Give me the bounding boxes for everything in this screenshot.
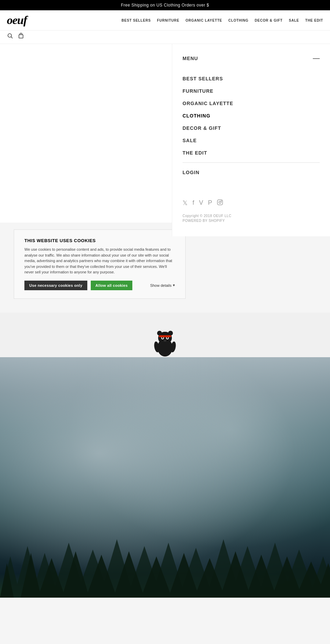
btn-necessary-cookies[interactable]: Use necessary cookies only — [24, 281, 87, 290]
menu-item-sale[interactable]: SALE — [183, 134, 320, 147]
main-content: MENU — BEST SELLERS FURNITURE ORGANIC LA… — [0, 44, 330, 188]
svg-point-8 — [157, 331, 162, 336]
show-details[interactable]: Show details ▾ — [150, 283, 175, 287]
forest-area — [0, 357, 330, 598]
facebook-icon[interactable]: f — [192, 199, 194, 207]
bear-area — [0, 313, 330, 357]
sub-header — [0, 31, 330, 44]
main-nav: BEST SELLERS FURNITURE ORGANIC LAYETTE C… — [121, 19, 323, 22]
btn-allow-cookies[interactable]: Allow all cookies — [91, 281, 133, 290]
cookie-text: We use cookies to personalise content an… — [24, 247, 175, 275]
vimeo-icon[interactable]: V — [199, 199, 203, 207]
svg-line-1 — [11, 37, 12, 38]
menu-item-clothing[interactable]: CLOTHING — [183, 110, 320, 122]
close-icon[interactable]: — — [313, 54, 320, 62]
menu-item-decor-gift[interactable]: DECOR & GIFT — [183, 122, 320, 134]
header: oeuf BEST SELLERS FURNITURE ORGANIC LAYE… — [0, 10, 330, 31]
nav-furniture[interactable]: FURNITURE — [157, 19, 179, 22]
search-icon[interactable] — [7, 33, 13, 40]
svg-point-12 — [162, 337, 163, 339]
menu-item-the-edit[interactable]: THE EDIT — [183, 147, 320, 159]
svg-point-4 — [219, 201, 221, 203]
bottom-space — [0, 598, 330, 644]
nav-the-edit[interactable]: THE EDIT — [305, 19, 323, 22]
cookie-title: THIS WEBSITE USES COOKIES — [24, 238, 175, 243]
nav-organic-layette[interactable]: ORGANIC LAYETTE — [186, 19, 222, 22]
instagram-icon[interactable] — [217, 199, 223, 207]
nav-clothing[interactable]: CLOTHING — [228, 19, 249, 22]
nav-sale[interactable]: SALE — [289, 19, 299, 22]
menu-login[interactable]: LOGIN — [183, 162, 320, 179]
nav-best-sellers[interactable]: BEST SELLERS — [121, 19, 151, 22]
svg-rect-2 — [19, 35, 23, 38]
nav-decor-gift[interactable]: DECOR & GIFT — [255, 19, 283, 22]
svg-rect-14 — [159, 335, 171, 337]
cookie-banner: THIS WEBSITE USES COOKIES We use cookies… — [14, 229, 186, 299]
top-banner: Free Shipping on US Clothing Orders over… — [0, 0, 330, 10]
footer-copyright: Copyright © 2018 OEUF LLC POWERED BY SHO… — [183, 214, 320, 223]
svg-point-15 — [164, 340, 166, 341]
main-left-area — [0, 44, 172, 188]
chevron-down-icon: ▾ — [173, 283, 175, 287]
pinterest-icon[interactable]: P — [208, 199, 212, 207]
social-icons: 𝕏 f V P — [183, 199, 320, 207]
banner-text: Free Shipping on US Clothing Orders over… — [121, 3, 209, 8]
logo[interactable]: oeuf — [7, 14, 27, 27]
svg-point-9 — [168, 331, 173, 336]
side-menu: MENU — BEST SELLERS FURNITURE ORGANIC LA… — [172, 44, 330, 236]
svg-rect-3 — [218, 200, 223, 205]
menu-item-best-sellers[interactable]: BEST SELLERS — [183, 72, 320, 85]
twitter-icon[interactable]: 𝕏 — [183, 199, 188, 207]
svg-point-0 — [8, 34, 12, 37]
svg-point-5 — [221, 201, 222, 201]
cart-icon[interactable] — [18, 33, 24, 40]
menu-item-organic-layette[interactable]: ORGANIC LAYETTE — [183, 97, 320, 110]
bear-character — [151, 323, 179, 357]
cookie-buttons: Use necessary cookies only Allow all coo… — [24, 281, 175, 290]
side-menu-header: MENU — — [183, 51, 320, 62]
menu-item-furniture[interactable]: FURNITURE — [183, 85, 320, 97]
menu-label: MENU — [183, 56, 198, 61]
forest-trees-svg — [0, 495, 330, 598]
svg-point-13 — [167, 337, 168, 339]
